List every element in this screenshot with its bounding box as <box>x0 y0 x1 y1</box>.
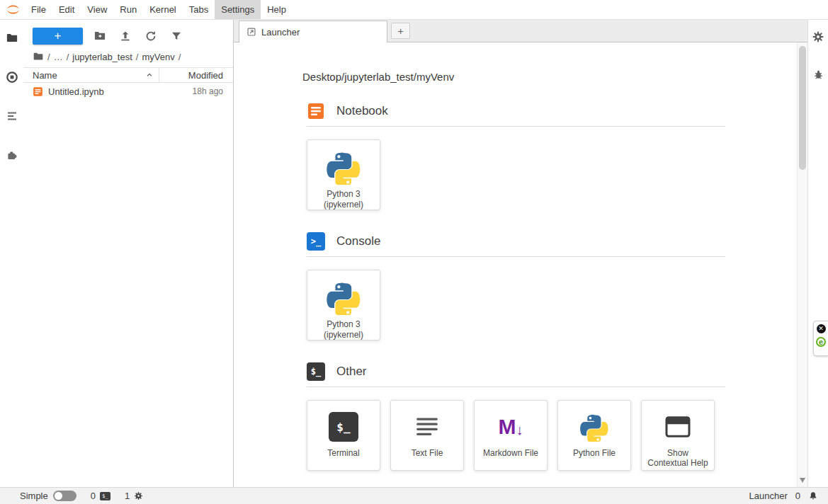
menu-kernel[interactable]: Kernel <box>143 0 183 19</box>
left-activity-bar <box>0 20 23 487</box>
filter-icon[interactable] <box>168 28 185 45</box>
file-modified: 18h ago <box>193 86 223 96</box>
card-label: Python File <box>571 448 618 458</box>
section-divider <box>307 126 725 127</box>
card-label: Show Contextual Help <box>645 448 710 469</box>
status-bar: Simple 0 $_ 1 Launcher 0 <box>0 487 828 504</box>
sort-ascending-icon <box>146 71 153 79</box>
extensions-icon[interactable] <box>4 148 20 162</box>
toggle-knob <box>55 492 62 500</box>
section-console: >_ Console Python 3 (ipykernel) <box>307 232 725 340</box>
file-browser-toolbar: + <box>23 20 233 50</box>
home-folder-icon[interactable] <box>33 51 44 62</box>
section-title: Console <box>336 234 380 248</box>
workspace: + / … / jupyterlab_test / myVenv <box>0 20 828 487</box>
table-of-contents-icon[interactable] <box>4 109 20 123</box>
python-logo-icon <box>326 278 361 316</box>
launcher-card-contextual-help[interactable]: Show Contextual Help <box>641 400 715 471</box>
launcher-content: Desktop/jupyterlab_test/myVenv Notebook <box>234 42 807 487</box>
other-section-icon: $_ <box>307 362 325 381</box>
add-tab-button[interactable]: + <box>391 23 410 39</box>
menubar: File Edit View Run Kernel Tabs Settings … <box>0 0 828 20</box>
breadcrumb-dir-myvenv[interactable]: myVenv <box>142 52 174 62</box>
markdown-icon: M↓ <box>499 416 523 437</box>
contextual-help-icon <box>664 408 691 445</box>
section-title: Other <box>336 365 367 379</box>
column-header-modified[interactable]: Modified <box>159 68 233 82</box>
section-divider <box>307 256 725 257</box>
terminal-mini-icon: $_ <box>100 492 110 500</box>
context-label: Launcher <box>749 491 788 501</box>
section-notebook: Notebook Python 3 (ipykernel) <box>307 102 725 210</box>
property-inspector-gear-icon[interactable] <box>810 30 826 44</box>
right-activity-bar <box>807 20 828 487</box>
terminal-icon: $_ <box>329 412 358 442</box>
breadcrumb: / … / jupyterlab_test / myVenv / <box>23 50 233 67</box>
launcher-card-console-python3[interactable]: Python 3 (ipykernel) <box>307 270 380 340</box>
card-label: Text File <box>409 448 446 458</box>
breadcrumb-separator: / <box>47 52 50 62</box>
breadcrumb-ellipsis[interactable]: … <box>54 52 63 62</box>
menu-tabs[interactable]: Tabs <box>183 0 215 19</box>
tab-launcher-label: Launcher <box>261 27 300 38</box>
python-logo-icon <box>579 408 609 445</box>
notifications-count: 0 <box>795 491 800 501</box>
menu-run[interactable]: Run <box>113 0 143 19</box>
scrollbar-down-arrow-icon[interactable] <box>800 478 805 483</box>
main-dock-panel: Launcher + Desktop/jupyterlab_test/myVen… <box>234 20 807 487</box>
menu-help[interactable]: Help <box>261 0 293 19</box>
vertical-scrollbar[interactable] <box>797 42 807 487</box>
tab-launcher[interactable]: Launcher <box>239 21 387 42</box>
terminals-status[interactable]: 0 $_ <box>91 491 110 501</box>
extension-logo-icon[interactable]: e <box>816 337 826 347</box>
new-folder-icon[interactable] <box>91 28 108 45</box>
extension-close-icon[interactable]: ✕ <box>817 324 826 333</box>
launcher-card-notebook-python3[interactable]: Python 3 (ipykernel) <box>307 139 380 210</box>
debugger-bug-icon[interactable] <box>810 67 826 81</box>
file-browser-tab-icon[interactable] <box>4 31 20 45</box>
file-row-untitled-ipynb[interactable]: Untitled.ipynb 18h ago <box>23 83 233 100</box>
breadcrumb-separator: / <box>136 52 139 62</box>
launcher-card-terminal[interactable]: $_ Terminal <box>307 400 380 471</box>
python-logo-icon <box>326 148 361 186</box>
menu-edit[interactable]: Edit <box>52 0 81 19</box>
upload-icon[interactable] <box>117 28 134 45</box>
new-launcher-button[interactable]: + <box>33 28 83 45</box>
notebook-section-icon <box>307 102 325 120</box>
bell-icon[interactable] <box>808 491 818 501</box>
section-title: Notebook <box>336 104 388 118</box>
current-directory-path: Desktop/jupyterlab_test/myVenv <box>302 71 779 83</box>
card-label: Python 3 (ipykernel) <box>322 319 365 340</box>
launcher-tab-icon <box>246 27 256 37</box>
running-sessions-icon[interactable] <box>4 70 20 84</box>
breadcrumb-separator: / <box>178 52 181 62</box>
menu-view[interactable]: View <box>81 0 113 19</box>
column-name-label: Name <box>33 70 57 81</box>
kernels-count: 1 <box>125 491 130 501</box>
browser-extension-badge: ✕ e <box>813 321 828 356</box>
section-other: $_ Other $_ Terminal Text <box>307 362 725 471</box>
kernel-gear-icon <box>134 491 143 500</box>
simple-mode-toggle[interactable] <box>53 491 76 501</box>
card-label: Python 3 (ipykernel) <box>322 189 365 210</box>
tab-bar: Launcher + <box>234 20 807 42</box>
section-divider <box>307 386 725 387</box>
kernels-status[interactable]: 1 <box>125 491 143 501</box>
menu-file[interactable]: File <box>25 0 52 19</box>
refresh-icon[interactable] <box>142 28 159 45</box>
terminals-count: 0 <box>91 491 96 501</box>
file-list-header: Name Modified <box>23 67 233 83</box>
text-file-icon <box>414 408 441 445</box>
file-name: Untitled.ipynb <box>48 86 188 97</box>
scrollbar-thumb[interactable] <box>799 46 806 170</box>
column-header-name[interactable]: Name <box>23 68 159 82</box>
breadcrumb-dir-jupyterlab-test[interactable]: jupyterlab_test <box>72 52 132 62</box>
launcher-card-python-file[interactable]: Python File <box>557 400 631 471</box>
menu-settings[interactable]: Settings <box>215 0 261 19</box>
launcher-card-markdown-file[interactable]: M↓ Markdown File <box>474 400 548 471</box>
simple-mode-label: Simple <box>20 491 48 501</box>
card-label: Terminal <box>325 448 361 458</box>
notebook-file-icon <box>33 86 43 97</box>
launcher-card-text-file[interactable]: Text File <box>390 400 464 471</box>
card-label: Markdown File <box>481 448 540 458</box>
